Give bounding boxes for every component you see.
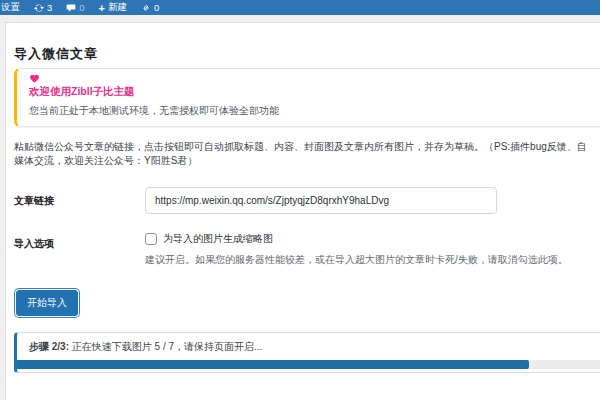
heart-icon [29, 74, 600, 83]
content-panel: 导入微信文章 欢迎使用Zibll子比主题 您当前正处于本地测试环境，无需授权即可… [5, 22, 600, 400]
page-title: 导入微信文章 [14, 45, 600, 63]
options-field-cell: 为导入的图片生成缩略图 建议开启。如果您的服务器性能较差，或在导入超大图片的文章… [145, 230, 568, 267]
comments-count: 0 [79, 2, 84, 13]
progress-status: 步骤 2/3: 正在快速下载图片 5 / 7，请保持页面开启... [17, 333, 600, 358]
link-label: 文章链接 [14, 187, 145, 214]
admin-bar-settings[interactable]: 设置 [0, 0, 27, 15]
admin-bar-updates[interactable]: 3 [27, 0, 59, 15]
admin-bar-new[interactable]: + 新建 [92, 0, 134, 15]
progress-notice: 步骤 2/3: 正在快速下载图片 5 / 7，请保持页面开启... [14, 332, 600, 373]
admin-bar: 设置 3 0 + 新建 0 [0, 0, 600, 15]
thumbnail-option[interactable]: 为导入的图片生成缩略图 [145, 230, 568, 246]
thumbnail-checkbox-label: 为导入的图片生成缩略图 [163, 232, 273, 246]
link-icon [141, 3, 151, 13]
thumbnail-hint: 建议开启。如果您的服务器性能较差，或在导入超大图片的文章时卡死/失败，请取消勾选… [145, 253, 568, 267]
import-form: 文章链接 导入选项 为导入的图片生成缩略图 建议开启。如果您的服务器性能较差，或… [14, 187, 600, 267]
updates-count: 3 [47, 2, 52, 13]
settings-label: 设置 [1, 1, 20, 14]
welcome-notice: 欢迎使用Zibll子比主题 您当前正处于本地测试环境，无需授权即可体验全部功能 [14, 68, 600, 127]
welcome-subtitle: 您当前正处于本地测试环境，无需授权即可体验全部功能 [29, 104, 600, 118]
admin-bar-comments[interactable]: 0 [59, 0, 91, 15]
admin-bar-links[interactable]: 0 [134, 0, 166, 15]
options-label: 导入选项 [14, 230, 145, 267]
progress-message: 正在快速下载图片 5 / 7，请保持页面开启... [69, 341, 262, 352]
comment-icon [66, 3, 76, 13]
new-label: 新建 [108, 1, 127, 14]
form-row-options: 导入选项 为导入的图片生成缩略图 建议开启。如果您的服务器性能较差，或在导入超大… [14, 230, 600, 267]
progress-step: 步骤 2/3: [29, 341, 69, 352]
thumbnail-checkbox[interactable] [145, 233, 157, 245]
plus-icon: + [99, 2, 105, 14]
admin-page: 设置 3 0 + 新建 0 导入微信文章 [0, 0, 600, 400]
article-link-input[interactable] [145, 187, 497, 214]
link-field-cell [145, 187, 497, 214]
plugin-description: 粘贴微信公众号文章的链接，点击按钮即可自动抓取标题、内容、封面图及文章内所有图片… [14, 140, 592, 168]
welcome-title: 欢迎使用Zibll子比主题 [29, 85, 600, 99]
form-row-link: 文章链接 [14, 187, 600, 214]
update-icon [34, 3, 44, 13]
start-import-button[interactable]: 开始导入 [16, 290, 78, 316]
progress-bar-track [17, 360, 600, 369]
progress-bar-fill [17, 360, 529, 369]
links-count: 0 [154, 2, 159, 13]
